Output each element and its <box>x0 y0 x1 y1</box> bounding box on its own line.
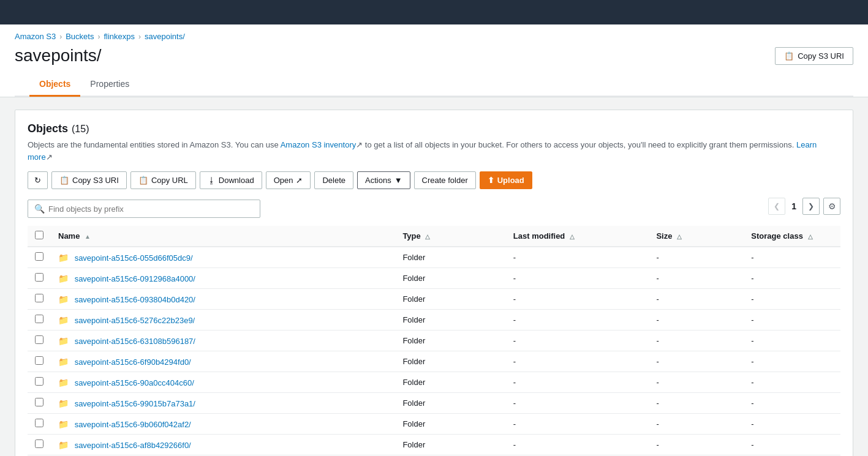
tabs: Objects Properties <box>15 73 853 97</box>
row-checkbox-4[interactable] <box>35 335 43 344</box>
table-row: 📁 savepoint-a515c6-0912968a4000/ Folder … <box>28 268 840 289</box>
table-row: 📁 savepoint-a515c6-055d66f05dc9/ Folder … <box>28 247 840 268</box>
folder-icon-2: 📁 <box>58 294 69 304</box>
storage-cell-7: - <box>744 393 840 414</box>
file-link-6[interactable]: savepoint-a515c6-90a0cc404c60/ <box>75 378 194 387</box>
file-link-7[interactable]: savepoint-a515c6-99015b7a73a1/ <box>75 399 195 408</box>
actions-button[interactable]: Actions ▼ <box>357 171 410 189</box>
modified-sort-icon[interactable]: △ <box>570 233 575 240</box>
panel-header: Objects (15) Objects are the fundamental… <box>28 122 840 163</box>
file-link-2[interactable]: savepoint-a515c6-093804b0d420/ <box>75 295 195 304</box>
type-cell-9: Folder <box>395 435 505 455</box>
row-checkbox-3[interactable] <box>35 315 43 323</box>
file-link-9[interactable]: savepoint-a515c6-af8b429266f0/ <box>75 441 191 450</box>
type-sort-icon[interactable]: △ <box>425 233 430 240</box>
row-checkbox-1[interactable] <box>35 273 43 282</box>
copy-url-icon: 📋 <box>138 176 148 185</box>
tab-objects[interactable]: Objects <box>29 73 80 97</box>
size-cell-5: - <box>649 351 744 372</box>
row-checkbox-9[interactable] <box>35 439 43 448</box>
next-page-button[interactable]: ❯ <box>802 198 820 215</box>
folder-icon-9: 📁 <box>58 440 69 450</box>
row-checkbox-2[interactable] <box>35 294 43 302</box>
size-cell-2: - <box>649 289 744 310</box>
size-cell-6: - <box>649 372 744 393</box>
type-cell-5: Folder <box>395 351 505 372</box>
storage-cell-0: - <box>744 247 840 268</box>
create-folder-button[interactable]: Create folder <box>414 171 476 189</box>
breadcrumb-savepoints[interactable]: savepoints/ <box>145 32 185 41</box>
size-cell-0: - <box>649 247 744 268</box>
type-cell-3: Folder <box>395 310 505 331</box>
storage-cell-5: - <box>744 351 840 372</box>
type-cell-2: Folder <box>395 289 505 310</box>
panel-subtitle: Objects are the fundamental entities sto… <box>28 139 840 163</box>
breadcrumb-sep-2: › <box>97 32 100 41</box>
storage-cell-6: - <box>744 372 840 393</box>
page-title: savepoints/ <box>15 46 102 65</box>
copy-icon: 📋 <box>784 51 794 61</box>
breadcrumb-amazon-s3[interactable]: Amazon S3 <box>15 32 56 41</box>
tab-properties[interactable]: Properties <box>80 73 139 97</box>
table-settings-button[interactable]: ⚙ <box>823 198 840 215</box>
delete-button[interactable]: Delete <box>314 171 353 189</box>
storage-cell-3: - <box>744 310 840 331</box>
copy-s3-uri-icon: 📋 <box>59 176 69 185</box>
objects-table: Name ▲ Type △ Last modified △ Size △ <box>28 226 840 456</box>
type-cell-7: Folder <box>395 393 505 414</box>
file-link-3[interactable]: savepoint-a515c6-5276c22b23e9/ <box>75 316 195 325</box>
table-row: 📁 savepoint-a515c6-99015b7a73a1/ Folder … <box>28 393 840 414</box>
row-checkbox-5[interactable] <box>35 356 43 365</box>
storage-sort-icon[interactable]: △ <box>808 233 813 240</box>
folder-icon-5: 📁 <box>58 357 69 367</box>
row-checkbox-6[interactable] <box>35 377 43 386</box>
size-cell-9: - <box>649 435 744 455</box>
file-link-1[interactable]: savepoint-a515c6-0912968a4000/ <box>75 274 195 283</box>
table-row: 📁 savepoint-a515c6-093804b0d420/ Folder … <box>28 289 840 310</box>
folder-icon-1: 📁 <box>58 274 69 283</box>
search-bar[interactable]: 🔍 <box>28 200 260 218</box>
type-cell-6: Folder <box>395 372 505 393</box>
inventory-link[interactable]: Amazon S3 inventory <box>281 140 357 149</box>
breadcrumb: Amazon S3 › Buckets › flinkexps › savepo… <box>15 32 853 41</box>
open-button[interactable]: Open ➚ <box>266 171 311 189</box>
top-bar <box>0 0 868 24</box>
panel-title: Objects <box>28 122 68 135</box>
copy-url-button[interactable]: 📋 Copy URL <box>130 171 196 189</box>
folder-icon-0: 📁 <box>58 253 69 263</box>
type-cell-1: Folder <box>395 268 505 289</box>
row-checkbox-0[interactable] <box>35 252 43 261</box>
row-checkbox-7[interactable] <box>35 398 43 406</box>
folder-icon-4: 📁 <box>58 336 69 346</box>
type-cell-8: Folder <box>395 414 505 435</box>
copy-s3-uri-toolbar-button[interactable]: 📋 Copy S3 URI <box>51 171 127 189</box>
storage-cell-8: - <box>744 414 840 435</box>
file-link-8[interactable]: savepoint-a515c6-9b060f042af2/ <box>75 420 191 429</box>
download-button[interactable]: ⭳ Download <box>200 171 262 189</box>
storage-cell-2: - <box>744 289 840 310</box>
upload-button[interactable]: ⬆ Upload <box>480 171 532 189</box>
copy-s3-uri-button[interactable]: 📋 Copy S3 URI <box>775 47 853 65</box>
search-input[interactable] <box>48 204 254 214</box>
table-row: 📁 savepoint-a515c6-5276c22b23e9/ Folder … <box>28 310 840 331</box>
upload-icon: ⬆ <box>488 176 494 185</box>
file-link-0[interactable]: savepoint-a515c6-055d66f05dc9/ <box>75 253 193 263</box>
breadcrumb-buckets[interactable]: Buckets <box>66 32 94 41</box>
file-link-4[interactable]: savepoint-a515c6-63108b596187/ <box>75 337 195 346</box>
modified-cell-5: - <box>506 351 649 372</box>
storage-cell-4: - <box>744 331 840 351</box>
size-cell-8: - <box>649 414 744 435</box>
folder-icon-8: 📁 <box>58 419 69 429</box>
row-checkbox-8[interactable] <box>35 419 43 427</box>
size-sort-icon[interactable]: △ <box>677 233 682 240</box>
file-link-5[interactable]: savepoint-a515c6-6f90b4294fd0/ <box>75 357 191 367</box>
modified-cell-2: - <box>506 289 649 310</box>
prev-page-button[interactable]: ❮ <box>768 198 785 215</box>
name-sort-icon[interactable]: ▲ <box>85 233 91 240</box>
breadcrumb-sep-3: › <box>138 32 141 41</box>
refresh-button[interactable]: ↻ <box>28 171 48 189</box>
modified-cell-3: - <box>506 310 649 331</box>
select-all-checkbox[interactable] <box>35 231 43 239</box>
breadcrumb-flinkexps[interactable]: flinkexps <box>104 32 135 41</box>
table-row: 📁 savepoint-a515c6-63108b596187/ Folder … <box>28 331 840 351</box>
